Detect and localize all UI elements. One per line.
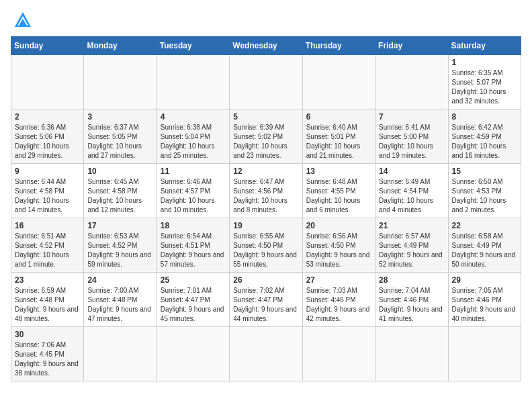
calendar-cell: 8Sunrise: 6:42 AM Sunset: 4:59 PM Daylig… xyxy=(448,109,521,164)
day-info: Sunrise: 7:04 AM Sunset: 4:46 PM Dayligh… xyxy=(379,286,444,324)
calendar-cell: 17Sunrise: 6:53 AM Sunset: 4:52 PM Dayli… xyxy=(84,218,157,273)
day-number: 17 xyxy=(87,221,152,230)
day-info: Sunrise: 6:44 AM Sunset: 4:58 PM Dayligh… xyxy=(15,177,80,215)
day-info: Sunrise: 6:47 AM Sunset: 4:56 PM Dayligh… xyxy=(233,177,298,215)
day-info: Sunrise: 6:35 AM Sunset: 5:07 PM Dayligh… xyxy=(452,68,517,106)
calendar-cell: 26Sunrise: 7:02 AM Sunset: 4:47 PM Dayli… xyxy=(230,273,302,327)
day-info: Sunrise: 6:49 AM Sunset: 4:54 PM Dayligh… xyxy=(379,177,444,215)
day-info: Sunrise: 6:59 AM Sunset: 4:48 PM Dayligh… xyxy=(15,286,80,324)
calendar-cell: 25Sunrise: 7:01 AM Sunset: 4:47 PM Dayli… xyxy=(157,273,229,327)
calendar-cell: 7Sunrise: 6:41 AM Sunset: 5:00 PM Daylig… xyxy=(375,109,448,164)
day-info: Sunrise: 6:41 AM Sunset: 5:00 PM Dayligh… xyxy=(379,123,444,161)
calendar-cell: 14Sunrise: 6:49 AM Sunset: 4:54 PM Dayli… xyxy=(375,164,448,218)
calendar-cell: 5Sunrise: 6:39 AM Sunset: 5:02 PM Daylig… xyxy=(230,109,302,164)
logo-icon xyxy=(13,11,32,30)
page-header xyxy=(11,11,521,30)
calendar-week-row: 30Sunrise: 7:06 AM Sunset: 4:45 PM Dayli… xyxy=(11,327,521,381)
calendar-cell: 11Sunrise: 6:46 AM Sunset: 4:57 PM Dayli… xyxy=(157,164,229,218)
weekday-header-monday: Monday xyxy=(84,37,157,55)
day-number: 10 xyxy=(87,167,152,176)
calendar-cell: 18Sunrise: 6:54 AM Sunset: 4:51 PM Dayli… xyxy=(157,218,229,273)
weekday-header-thursday: Thursday xyxy=(302,37,375,55)
day-number: 3 xyxy=(87,112,152,122)
calendar-cell xyxy=(84,327,157,381)
calendar-cell xyxy=(375,55,448,109)
calendar-cell: 3Sunrise: 6:37 AM Sunset: 5:05 PM Daylig… xyxy=(84,109,157,164)
calendar-cell xyxy=(157,327,229,381)
calendar-cell: 2Sunrise: 6:36 AM Sunset: 5:06 PM Daylig… xyxy=(11,109,84,164)
day-info: Sunrise: 6:56 AM Sunset: 4:50 PM Dayligh… xyxy=(306,232,371,269)
calendar-cell: 19Sunrise: 6:55 AM Sunset: 4:50 PM Dayli… xyxy=(230,218,302,273)
day-info: Sunrise: 6:53 AM Sunset: 4:52 PM Dayligh… xyxy=(87,232,152,269)
day-number: 20 xyxy=(306,221,371,230)
calendar-week-row: 2Sunrise: 6:36 AM Sunset: 5:06 PM Daylig… xyxy=(11,109,521,164)
day-number: 7 xyxy=(379,112,444,122)
day-number: 5 xyxy=(233,112,298,122)
calendar-cell: 30Sunrise: 7:06 AM Sunset: 4:45 PM Dayli… xyxy=(11,327,84,381)
calendar-cell xyxy=(230,327,302,381)
day-info: Sunrise: 7:00 AM Sunset: 4:48 PM Dayligh… xyxy=(87,286,152,324)
day-info: Sunrise: 6:54 AM Sunset: 4:51 PM Dayligh… xyxy=(161,232,226,269)
calendar-cell xyxy=(230,55,302,109)
calendar-cell xyxy=(302,327,375,381)
calendar-cell xyxy=(448,327,521,381)
day-number: 29 xyxy=(452,275,517,285)
calendar-cell: 13Sunrise: 6:48 AM Sunset: 4:55 PM Dayli… xyxy=(302,164,375,218)
calendar-cell: 24Sunrise: 7:00 AM Sunset: 4:48 PM Dayli… xyxy=(84,273,157,327)
calendar-cell: 10Sunrise: 6:45 AM Sunset: 4:58 PM Dayli… xyxy=(84,164,157,218)
day-info: Sunrise: 7:05 AM Sunset: 4:46 PM Dayligh… xyxy=(452,286,517,324)
calendar-cell: 29Sunrise: 7:05 AM Sunset: 4:46 PM Dayli… xyxy=(448,273,521,327)
day-number: 4 xyxy=(161,112,226,122)
day-number: 26 xyxy=(233,275,298,285)
calendar-cell: 1Sunrise: 6:35 AM Sunset: 5:07 PM Daylig… xyxy=(448,55,521,109)
calendar-week-row: 1Sunrise: 6:35 AM Sunset: 5:07 PM Daylig… xyxy=(11,55,521,109)
day-number: 25 xyxy=(161,275,226,285)
calendar-cell: 20Sunrise: 6:56 AM Sunset: 4:50 PM Dayli… xyxy=(302,218,375,273)
day-info: Sunrise: 6:45 AM Sunset: 4:58 PM Dayligh… xyxy=(87,177,152,215)
calendar-cell xyxy=(84,55,157,109)
day-number: 1 xyxy=(452,58,517,67)
calendar-cell: 28Sunrise: 7:04 AM Sunset: 4:46 PM Dayli… xyxy=(375,273,448,327)
day-info: Sunrise: 6:50 AM Sunset: 4:53 PM Dayligh… xyxy=(452,177,517,215)
calendar-week-row: 23Sunrise: 6:59 AM Sunset: 4:48 PM Dayli… xyxy=(11,273,521,327)
day-info: Sunrise: 6:55 AM Sunset: 4:50 PM Dayligh… xyxy=(233,232,298,269)
day-number: 16 xyxy=(15,221,80,230)
calendar-week-row: 16Sunrise: 6:51 AM Sunset: 4:52 PM Dayli… xyxy=(11,218,521,273)
calendar-table: SundayMondayTuesdayWednesdayThursdayFrid… xyxy=(11,36,521,381)
logo xyxy=(11,11,32,30)
calendar-cell: 16Sunrise: 6:51 AM Sunset: 4:52 PM Dayli… xyxy=(11,218,84,273)
calendar-cell: 21Sunrise: 6:57 AM Sunset: 4:49 PM Dayli… xyxy=(375,218,448,273)
day-info: Sunrise: 6:57 AM Sunset: 4:49 PM Dayligh… xyxy=(379,232,444,269)
calendar-cell xyxy=(11,55,84,109)
day-info: Sunrise: 7:01 AM Sunset: 4:47 PM Dayligh… xyxy=(161,286,226,324)
day-number: 12 xyxy=(233,167,298,176)
day-number: 21 xyxy=(379,221,444,230)
day-number: 28 xyxy=(379,275,444,285)
day-number: 6 xyxy=(306,112,371,122)
weekday-header-wednesday: Wednesday xyxy=(230,37,302,55)
calendar-cell xyxy=(157,55,229,109)
day-number: 15 xyxy=(452,167,517,176)
day-number: 9 xyxy=(15,167,80,176)
calendar-cell: 15Sunrise: 6:50 AM Sunset: 4:53 PM Dayli… xyxy=(448,164,521,218)
day-info: Sunrise: 6:36 AM Sunset: 5:06 PM Dayligh… xyxy=(15,123,80,161)
calendar-cell: 22Sunrise: 6:58 AM Sunset: 4:49 PM Dayli… xyxy=(448,218,521,273)
day-info: Sunrise: 6:37 AM Sunset: 5:05 PM Dayligh… xyxy=(87,123,152,161)
day-number: 19 xyxy=(233,221,298,230)
weekday-header-row: SundayMondayTuesdayWednesdayThursdayFrid… xyxy=(11,37,521,55)
weekday-header-friday: Friday xyxy=(375,37,448,55)
day-info: Sunrise: 6:46 AM Sunset: 4:57 PM Dayligh… xyxy=(161,177,226,215)
calendar-cell: 12Sunrise: 6:47 AM Sunset: 4:56 PM Dayli… xyxy=(230,164,302,218)
day-info: Sunrise: 6:51 AM Sunset: 4:52 PM Dayligh… xyxy=(15,232,80,269)
day-info: Sunrise: 7:06 AM Sunset: 4:45 PM Dayligh… xyxy=(15,340,80,378)
weekday-header-sunday: Sunday xyxy=(11,37,84,55)
day-info: Sunrise: 6:58 AM Sunset: 4:49 PM Dayligh… xyxy=(452,232,517,269)
day-number: 13 xyxy=(306,167,371,176)
calendar-cell: 9Sunrise: 6:44 AM Sunset: 4:58 PM Daylig… xyxy=(11,164,84,218)
day-number: 8 xyxy=(452,112,517,122)
day-info: Sunrise: 6:42 AM Sunset: 4:59 PM Dayligh… xyxy=(452,123,517,161)
day-number: 11 xyxy=(161,167,226,176)
day-info: Sunrise: 6:38 AM Sunset: 5:04 PM Dayligh… xyxy=(161,123,226,161)
day-info: Sunrise: 6:39 AM Sunset: 5:02 PM Dayligh… xyxy=(233,123,298,161)
day-number: 2 xyxy=(15,112,80,122)
